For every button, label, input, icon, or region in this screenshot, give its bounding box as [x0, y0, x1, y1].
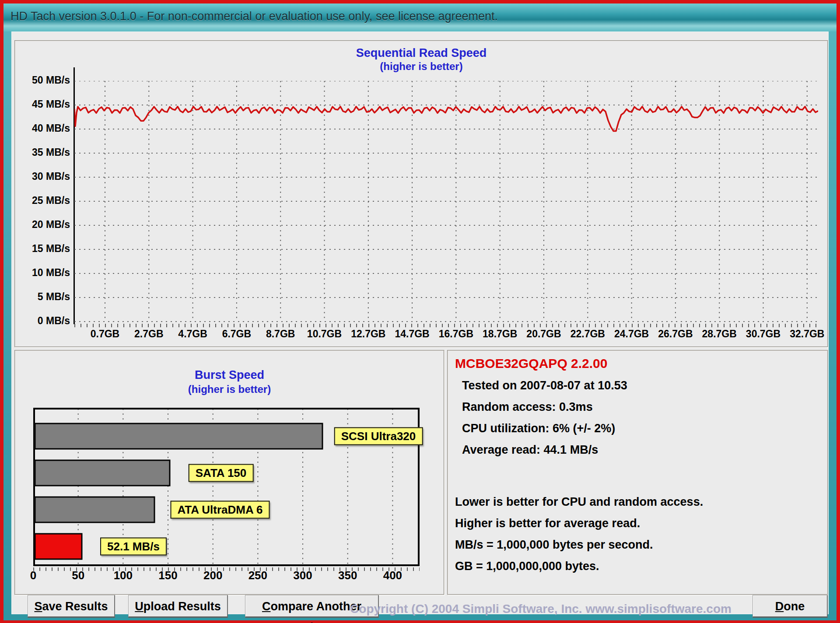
x-tick-label: 2.7GB [127, 328, 171, 340]
burst-x-tick-label: 300 [285, 569, 320, 582]
app-window: HD Tach version 3.0.1.0 - For non-commer… [4, 4, 836, 620]
x-tick-label: 10.7GB [303, 328, 346, 340]
burst-x-tick-label: 350 [330, 569, 365, 582]
y-tick-label: 15 MB/s [15, 243, 70, 255]
seq-chart-subtitle: (higher is better) [15, 60, 827, 73]
y-tick-label: 50 MB/s [15, 74, 70, 86]
burst-chart-title: Burst Speed [15, 368, 444, 382]
y-tick-label: 30 MB/s [15, 171, 70, 182]
burst-chart-subtitle: (higher is better) [15, 383, 444, 396]
info-line: CPU utilization: 6% (+/- 2%) [462, 422, 627, 443]
client-area: Sequential Read Speed (higher is better)… [11, 32, 829, 614]
info-note: GB = 1,000,000,000 bytes. [455, 560, 703, 581]
y-tick-label: 45 MB/s [15, 98, 70, 110]
x-tick-label: 0.7GB [83, 328, 127, 340]
burst-x-tick-label: 0 [16, 569, 51, 582]
info-line: Tested on 2007-08-07 at 10.53 [462, 379, 627, 400]
x-tick-label: 32.7GB [785, 328, 829, 340]
bar-label: SATA 150 [189, 464, 254, 482]
bar-label: ATA UltraDMA 6 [171, 501, 270, 519]
info-note: MB/s = 1,000,000 bytes per second. [455, 538, 703, 560]
drive-model: MCBOE32GQAPQ 2.2.00 [455, 356, 607, 371]
bar-label: SCSI Ultra320 [334, 427, 423, 445]
sequential-read-chart [74, 81, 818, 330]
done-button[interactable]: Done [752, 595, 828, 618]
burst-x-tick-label: 400 [375, 569, 410, 582]
info-line: Random access: 0.3ms [462, 400, 627, 422]
burst-speed-panel: Burst Speed (higher is better) SCSI Ultr… [14, 350, 444, 595]
y-tick-label: 0 MB/s [15, 315, 70, 327]
seq-chart-title: Sequential Read Speed [15, 46, 827, 60]
burst-x-tick-label: 50 [61, 569, 96, 582]
y-tick-label: 5 MB/s [15, 291, 70, 303]
x-tick-label: 14.7GB [390, 328, 434, 340]
save-results-button[interactable]: Save Results [28, 595, 115, 618]
copyright-text: Copyright (C) 2004 Simpli Software, Inc.… [331, 598, 751, 620]
sequential-read-panel: Sequential Read Speed (higher is better)… [14, 40, 828, 347]
upload-results-button[interactable]: Upload Results [128, 595, 228, 618]
y-tick-label: 20 MB/s [15, 219, 70, 231]
x-tick-label: 6.7GB [215, 328, 259, 340]
x-tick-label: 24.7GB [610, 328, 654, 340]
burst-x-tick-label: 200 [196, 569, 231, 582]
x-tick-label: 4.7GB [171, 328, 215, 340]
burst-x-tick-label: 100 [105, 569, 140, 582]
y-tick-label: 25 MB/s [15, 195, 70, 206]
y-tick-label: 35 MB/s [15, 147, 70, 158]
x-tick-label: 22.7GB [566, 328, 609, 340]
burst-x-tick-label: 250 [240, 569, 275, 582]
x-tick-label: 12.7GB [346, 328, 390, 340]
info-note: Lower is better for CPU and random acces… [455, 495, 703, 517]
bar-label: 52.1 MB/s [100, 538, 167, 556]
info-line: Average read: 44.1 MB/s [462, 443, 627, 465]
burst-x-tick-label: 150 [150, 569, 186, 582]
info-note: Higher is better for average read. [455, 517, 703, 538]
info-notes: Lower is better for CPU and random acces… [455, 495, 703, 581]
x-tick-label: 18.7GB [478, 328, 522, 340]
x-tick-label: 28.7GB [697, 328, 741, 340]
x-tick-label: 26.7GB [654, 328, 697, 340]
window-title: HD Tach version 3.0.1.0 - For non-commer… [10, 10, 498, 23]
hd-tach-window: { "window": { "title": "HD Tach version … [0, 0, 840, 623]
x-tick-label: 8.7GB [259, 328, 302, 340]
x-tick-label: 30.7GB [742, 328, 785, 340]
y-tick-label: 40 MB/s [15, 122, 70, 134]
x-tick-label: 16.7GB [434, 328, 478, 340]
drive-info-panel: MCBOE32GQAPQ 2.2.00 Tested on 2007-08-07… [447, 350, 828, 595]
info-lines: Tested on 2007-08-07 at 10.53Random acce… [462, 379, 627, 465]
x-tick-label: 20.7GB [522, 328, 566, 340]
y-tick-label: 10 MB/s [15, 267, 70, 279]
titlebar[interactable]: HD Tach version 3.0.1.0 - For non-commer… [4, 4, 836, 32]
